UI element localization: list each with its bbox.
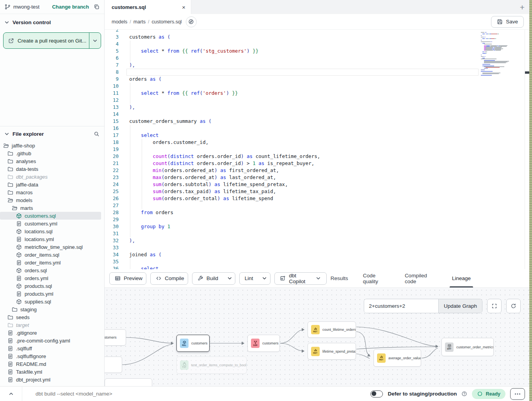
code-line-5[interactable]: 5 select * from {{ ref('stg_customers') … (105, 48, 481, 55)
lineage-node-test-order-items-compute-to-bools-[interactable]: TSTtest_order_items_compute_to_bools... (176, 357, 247, 374)
create-pr-button[interactable]: Create a pull request on Git... (4, 33, 89, 48)
file-tree-item-data-tests[interactable]: data-tests (0, 165, 101, 173)
code-line-33[interactable]: 33 (105, 244, 481, 251)
code-line-23[interactable]: 23 max(orders.ordered_at) as last_ordere… (105, 174, 481, 181)
code-line-35[interactable]: 35 (105, 258, 481, 265)
tab-compiled-code[interactable]: Compiled code (405, 269, 437, 287)
code-line-9[interactable]: 9orders as ( (105, 76, 481, 83)
file-tree-item-analyses[interactable]: analyses (0, 157, 101, 165)
code-line-27[interactable]: 27 (105, 202, 481, 209)
lineage-node-partial[interactable] (105, 378, 152, 386)
code-line-15[interactable]: 15customer_orders_summary as ( (105, 118, 481, 125)
breadcrumb-file[interactable]: customers.sql (152, 19, 182, 25)
compile-button[interactable]: Compile (150, 272, 188, 285)
code-line-14[interactable]: 14 (105, 111, 481, 118)
lineage-node-orders[interactable]: MDLorders (105, 357, 122, 373)
breadcrumb-marts[interactable]: marts (133, 19, 146, 25)
tab-code-quality[interactable]: Code quality (363, 269, 390, 287)
save-button[interactable]: Save (491, 16, 524, 28)
code-line-7[interactable]: 7), (105, 62, 481, 69)
lineage-node-lifetime-spend-pretax[interactable]: METlifetime_spend_pretax (308, 343, 356, 360)
close-icon[interactable]: × (182, 4, 185, 11)
code-line-28[interactable]: 28 from orders (105, 209, 481, 216)
file-tree-item-locations-yml[interactable]: locations.yml (0, 235, 101, 243)
tab-lineage[interactable]: Lineage (452, 269, 471, 287)
file-tree-item-order-items-sql[interactable]: order_items.sql (0, 251, 101, 259)
build-button[interactable]: Build (192, 272, 235, 285)
version-control-header[interactable]: Version control (0, 14, 104, 28)
refresh-button[interactable] (506, 299, 521, 313)
code-line-29[interactable]: 29 (105, 216, 481, 223)
lint-button[interactable]: Lint (239, 272, 271, 285)
code-line-21[interactable]: 21 count(distinct orders.order_id) > 1 a… (105, 160, 481, 167)
code-line-6[interactable]: 6 (105, 55, 481, 62)
code-line-8[interactable]: 8 (105, 69, 481, 76)
help-icon[interactable] (461, 391, 467, 397)
file-tree-item-customers-sql[interactable]: customers.sql (0, 212, 101, 220)
file-tree-item--gitignore[interactable]: .gitignore (0, 329, 101, 337)
create-pr-caret[interactable] (89, 33, 101, 48)
dbt-copilot-button[interactable]: dbt Copilot (274, 272, 326, 285)
collapse-panel-button[interactable] (0, 391, 22, 397)
file-tree-item-jaffle-shop[interactable]: jaffle-shop (0, 142, 101, 149)
code-line-36[interactable]: 36 select (105, 265, 481, 269)
file-tree-item-marts[interactable]: marts (0, 204, 101, 212)
code-line-22[interactable]: 22 min(orders.ordered_at) as first_order… (105, 167, 481, 174)
file-explorer-header[interactable]: File explorer (0, 126, 104, 139)
code-line-17[interactable]: 17 select (105, 132, 481, 139)
defer-toggle[interactable] (370, 390, 383, 397)
file-tree-item--pre-commit-config-yaml[interactable]: .pre-commit-config.yaml (0, 337, 101, 344)
code-line-4[interactable]: 4 (105, 41, 481, 48)
file-tree-item-readme-md[interactable]: README.md (0, 360, 101, 368)
code-line-19[interactable]: 19 (105, 146, 481, 153)
update-graph-button[interactable]: Update Graph (438, 299, 482, 313)
file-tree-item-jaffle-data[interactable]: jaffle-data (0, 181, 101, 188)
code-line-24[interactable]: 24 sum(orders.subtotal) as lifetime_spen… (105, 181, 481, 188)
copy-icon[interactable] (94, 4, 100, 10)
more-options-button[interactable] (510, 388, 525, 400)
code-line-26[interactable]: 26 sum(orders.order_total) as lifetime_s… (105, 195, 481, 202)
code-line-30[interactable]: 30 group by 1 (105, 223, 481, 230)
file-tree-item-dbt-project-yml[interactable]: dbt_project.yml (0, 376, 101, 383)
lineage-node-count-lifetime-orders[interactable]: METcount_lifetime_orders (308, 321, 356, 338)
file-tree-item-target[interactable]: target (0, 321, 101, 329)
lineage-selector-input[interactable] (364, 299, 438, 313)
file-tree-item-supplies-sql[interactable]: supplies.sql (0, 298, 101, 305)
file-tree-item--sqlfluffignore[interactable]: .sqlfluffignore (0, 352, 101, 360)
search-icon[interactable] (94, 131, 100, 137)
file-tree-item-locations-sql[interactable]: locations.sql (0, 227, 101, 235)
file-tree-item-dbt-packages[interactable]: dbt_packages (0, 173, 101, 181)
scrollbar-marker[interactable] (525, 71, 529, 74)
code-line-31[interactable]: 31 (105, 230, 481, 237)
code-line-3[interactable]: 3customers as ( (105, 34, 481, 41)
code-line-20[interactable]: 20 count(distinct orders.order_id) as co… (105, 153, 481, 160)
tab-customers-sql[interactable]: customers.sql × (105, 0, 191, 14)
file-tree-item-products-yml[interactable]: products.yml (0, 290, 101, 298)
code-line-25[interactable]: 25 sum(orders.tax_paid) as lifetime_tax_… (105, 188, 481, 195)
file-tree-item-order-items-yml[interactable]: order_items.yml (0, 259, 101, 266)
lineage-lens-button[interactable] (186, 16, 197, 27)
lineage-node-customers[interactable]: MDLcustomers (176, 335, 210, 352)
code-line-16[interactable]: 16 (105, 125, 481, 132)
change-branch-link[interactable]: Change branch (52, 4, 89, 10)
file-tree-item-seeds[interactable]: seeds (0, 313, 101, 321)
file-tree-item-products-sql[interactable]: products.sql (0, 282, 101, 290)
code-line-10[interactable]: 10 (105, 83, 481, 90)
code-line-2[interactable]: 2 (105, 30, 481, 34)
lineage-node-average-order-value[interactable]: METaverage_order_value (374, 349, 421, 367)
file-tree-item-orders-yml[interactable]: orders.yml (0, 274, 101, 282)
file-tree-item-metricflow-time-spine-sql[interactable]: metricflow_time_spine.sql (0, 243, 101, 251)
breadcrumb-models[interactable]: models (112, 19, 127, 25)
lint-dropdown-caret[interactable] (258, 273, 270, 284)
code-line-34[interactable]: 34joined as ( (105, 251, 481, 258)
lineage-node-stg-customers[interactable]: MDLstg_customers (105, 329, 126, 346)
lineage-node-customers[interactable]: SEMcustomers (247, 335, 280, 352)
dbt-command-input[interactable] (22, 391, 370, 397)
file-tree-item--github[interactable]: .github (0, 149, 101, 157)
file-tree-item-taskfile-yml[interactable]: Taskfile.yml (0, 368, 101, 376)
build-dropdown-caret[interactable] (223, 273, 235, 284)
preview-button[interactable]: Preview (109, 272, 146, 285)
file-tree-item-staging[interactable]: staging (0, 305, 101, 313)
code-line-18[interactable]: 18 orders.customer_id, (105, 139, 481, 146)
file-tree-item-models[interactable]: models (0, 196, 101, 204)
